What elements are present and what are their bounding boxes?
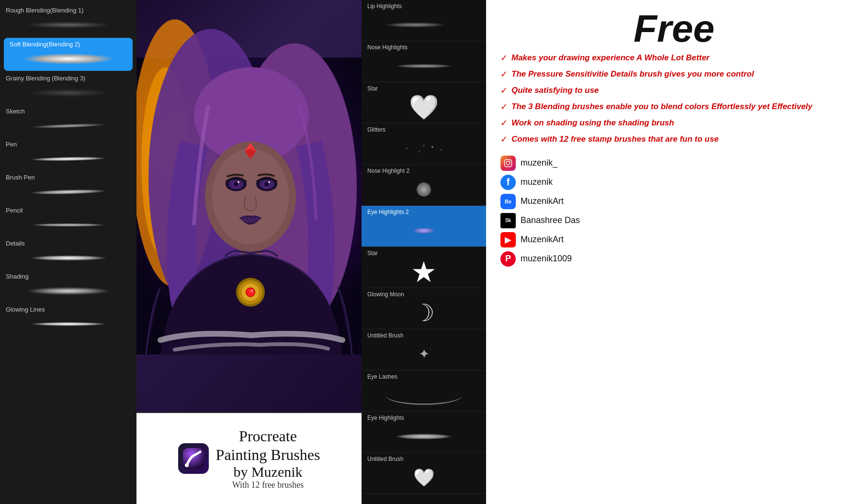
moon-icon: ☽: [413, 299, 435, 327]
brush-item-rough-blending[interactable]: Rough Blending(Blending 1): [0, 4, 136, 37]
brush-item-soft-blending[interactable]: Soft Blending(Blending 2): [4, 38, 133, 71]
item-label: Untitled Brush: [367, 456, 480, 462]
brush-item-glowing-lines[interactable]: Glowing Lines: [0, 303, 136, 336]
brush-preview: ✦: [367, 341, 480, 367]
brush-preview: [367, 423, 480, 449]
brush-label: Grainy Blending (Blending 3): [6, 75, 131, 82]
svg-point-32: [506, 161, 510, 165]
item-label: Eye Highlights 2: [367, 209, 480, 215]
brush-preview: [367, 53, 480, 79]
svg-point-16: [238, 181, 239, 183]
instagram-icon: [500, 156, 516, 171]
heart-icon: 🤍: [409, 93, 439, 121]
behance-icon: Be: [500, 194, 516, 209]
social-item-instagram[interactable]: muzenik_: [500, 156, 848, 171]
social-section: muzenik_ f muzenik Be MuzenikArt Sk Bana…: [500, 156, 848, 267]
youtube-icon: ▶: [500, 232, 516, 247]
pinterest-handle: muzenik1009: [521, 254, 572, 264]
brush-list-item-nose-highlight2[interactable]: Nose Highlight 2: [362, 165, 486, 206]
brush-label: Soft Blending(Blending 2): [10, 41, 127, 48]
brush-item-shading[interactable]: Shading: [0, 270, 136, 303]
brush-label: Details: [6, 240, 131, 247]
center-panel: Procreate Painting Brushes by Muzenik Wi…: [136, 0, 362, 504]
feature-item-2: ✓ The Pressure Sensitivitie Details brus…: [500, 69, 848, 79]
checkmark-icon: ✓: [500, 118, 508, 128]
svg-point-27: [247, 289, 254, 296]
feature-item-5: ✓ Work on shading using the shading brus…: [500, 118, 848, 128]
brush-list-item-star2[interactable]: Star ★: [362, 247, 486, 288]
pinterest-icon: P: [500, 251, 516, 267]
feature-item-1: ✓ Makes your drawing experience A Whole …: [500, 53, 848, 63]
feature-item-4: ✓ The 3 Blending brushes enable you to b…: [500, 101, 848, 112]
brush-label: Pencil: [6, 207, 131, 214]
facebook-icon: f: [500, 175, 516, 190]
social-item-skillshare[interactable]: Sk Banashree Das: [500, 213, 848, 228]
skillshare-handle: Banashree Das: [521, 215, 580, 225]
brush-item-grainy-blending[interactable]: Grainy Blending (Blending 3): [0, 72, 136, 105]
social-item-pinterest[interactable]: P muzenik1009: [500, 251, 848, 267]
item-label: Eye Lashes: [367, 373, 480, 380]
brush-preview: 🤍: [367, 464, 480, 491]
title-sub2: With 12 free brushes: [216, 480, 320, 490]
brush-list-item-eye-lashes[interactable]: Eye Lashes: [362, 370, 486, 412]
brush-label: Shading: [6, 273, 131, 280]
social-item-youtube[interactable]: ▶ MuzenikArt: [500, 232, 848, 247]
social-item-behance[interactable]: Be MuzenikArt: [500, 194, 848, 209]
title-sub: by Muzenik: [216, 464, 320, 480]
app-icon: [178, 443, 209, 474]
checkmark-icon: ✓: [500, 69, 508, 79]
feature-text-3: Quite satisfying to use: [511, 85, 599, 96]
brush-preview: [367, 11, 480, 38]
title-line2: Painting Brushes: [216, 446, 320, 463]
brush-preview: [367, 135, 480, 161]
item-label: Glitters: [367, 126, 480, 133]
feature-text-6: Comes with 12 free stamp brushes that ar…: [511, 134, 719, 145]
checkmark-icon: ✓: [500, 53, 508, 63]
info-panel: Free ✓ Makes your drawing experience A W…: [486, 0, 862, 504]
checkmark-icon: ✓: [500, 85, 508, 96]
feature-text-5: Work on shading using the shading brush: [511, 118, 674, 128]
checkmark-icon: ✓: [500, 101, 508, 112]
brush-list-panel: Lip Highlights Nose Highlights Star 🤍 Gl…: [362, 0, 486, 504]
item-label: Nose Highlight 2: [367, 168, 480, 174]
social-item-facebook[interactable]: f muzenik: [500, 175, 848, 190]
heart-small-icon: 🤍: [413, 468, 435, 488]
title-line1: Procreate: [239, 427, 297, 445]
artwork-area: [136, 0, 362, 413]
brush-preview: [367, 382, 480, 408]
brush-item-pen[interactable]: Pen: [0, 138, 136, 171]
brush-preview: [367, 176, 480, 202]
brush-label: Glowing Lines: [6, 306, 131, 313]
brush-list-item-untitled2[interactable]: Untitled Brush 🤍: [362, 453, 486, 494]
svg-point-33: [510, 160, 510, 161]
checkmark-icon: ✓: [500, 134, 508, 145]
brush-preview: ★: [367, 258, 480, 285]
brush-list-item-untitled1[interactable]: Untitled Brush ✦: [362, 329, 486, 370]
brush-label: Sketch: [6, 108, 131, 115]
item-label: Nose Highlights: [367, 44, 480, 51]
brush-list-item-eye-highlights2[interactable]: Eye Highlights 2: [362, 206, 486, 247]
facebook-handle: muzenik: [521, 177, 553, 187]
item-label: Eye Highlights: [367, 414, 480, 421]
instagram-handle: muzenik_: [521, 158, 557, 168]
title-main: Procreate Painting Brushes: [216, 427, 320, 464]
brush-item-sketch[interactable]: Sketch: [0, 105, 136, 138]
brush-label: Pen: [6, 141, 131, 148]
brush-list-item-glitters[interactable]: Glitters: [362, 123, 486, 165]
brush-list-item-eye-highlights[interactable]: Eye Highlights: [362, 412, 486, 453]
brush-list-item-nose-highlights[interactable]: Nose Highlights: [362, 41, 486, 82]
title-area: Procreate Painting Brushes by Muzenik Wi…: [136, 413, 362, 504]
item-label: Star: [367, 85, 480, 92]
brush-item-brush-pen[interactable]: Brush Pen: [0, 171, 136, 204]
brush-list-item-star1[interactable]: Star 🤍: [362, 82, 486, 123]
brush-item-details[interactable]: Details: [0, 237, 136, 270]
brush-list-item-lip-highlights[interactable]: Lip Highlights: [362, 0, 486, 41]
brush-preview: [367, 217, 480, 244]
title-text: Procreate Painting Brushes by Muzenik Wi…: [216, 427, 320, 490]
item-label: Lip Highlights: [367, 3, 480, 10]
feature-item-3: ✓ Quite satisfying to use: [500, 85, 848, 96]
behance-handle: MuzenikArt: [521, 196, 564, 206]
brush-item-pencil[interactable]: Pencil: [0, 204, 136, 237]
brush-list-item-glowing-moon[interactable]: Glowing Moon ☽: [362, 288, 486, 329]
star-icon: ★: [411, 255, 437, 289]
